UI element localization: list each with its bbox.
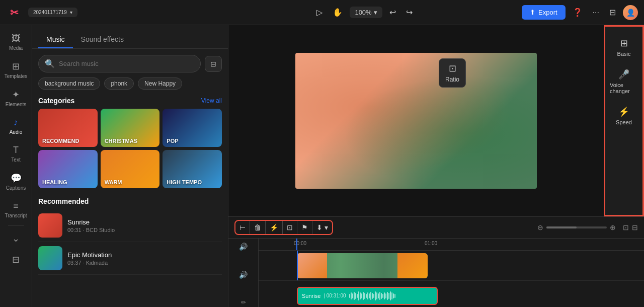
right-panel-basic[interactable]: ⊞ Basic [607,33,641,62]
search-icon: 🔍 [45,59,55,68]
category-recommend-label: RECOMMEND [42,138,79,144]
track-sunrise[interactable]: Sunrise 00:31 · BCD Studio [38,209,222,242]
redo-button[interactable]: ↪ [403,5,416,20]
wave-bar [352,293,353,298]
category-high-tempo[interactable]: HIGH TEMPO [163,150,222,188]
tab-music[interactable]: Music [38,31,73,48]
wave-bar [382,294,383,298]
timeline-btn-group: ⊢ 🗑 ⚡ ⊡ ⚑ ⬇ ▾ [234,220,333,235]
right-panel-speed[interactable]: ⚡ Speed [607,101,641,130]
zoom-slider[interactable] [546,226,607,228]
sidebar-item-media[interactable]: 🖼 Media [2,29,30,55]
track-sunrise-thumb [38,213,62,238]
track-epic-name: Epic Motivation [67,251,222,259]
avatar[interactable]: 👤 [623,5,638,20]
tl-crop-btn[interactable]: ⊡ [283,221,297,234]
sidebar-item-grid[interactable]: ⊟ [2,250,30,269]
sidebar-item-audio-label: Audio [10,129,23,135]
audio-track[interactable]: Sunrise | 00:31:00 [297,287,438,305]
track-sunrise-info: Sunrise 00:31 · BCD Studio [67,218,222,233]
tl-flag-btn[interactable]: ⚑ [297,221,312,234]
wave-bar [358,291,359,300]
export-button[interactable]: ⬆ Export [522,5,566,20]
search-box[interactable]: 🔍 [38,55,201,72]
wave-bar [361,293,362,298]
zoom-out-icon[interactable]: ⊖ [537,223,543,232]
sidebar-item-elements[interactable]: ✦ Elements [2,85,30,111]
fullscreen-icon[interactable]: ⊟ [632,223,638,232]
categories-section-header: Categories View all [32,90,228,109]
sidebar-item-expand[interactable]: ⌄ [2,229,30,248]
media-icon: 🖼 [12,33,21,44]
view-all-link[interactable]: View all [201,97,222,104]
sidebar-item-transcript[interactable]: ≡ Transcript [2,197,30,222]
track-epic-thumb [38,246,62,270]
vol-icon-2[interactable]: 🔊 [239,271,248,279]
track-sunrise-name: Sunrise [67,218,222,226]
tag-background-music[interactable]: background music [38,78,100,90]
project-name[interactable]: 202401171719 ▾ [28,8,77,17]
category-warm[interactable]: WARM [101,150,160,188]
tab-sound-effects[interactable]: Sound effects [73,31,132,48]
category-christmas[interactable]: CHRISTMAS [101,109,160,147]
video-track[interactable] [297,253,428,278]
tag-phonk[interactable]: phonk [104,78,134,90]
hand-tool-button[interactable]: ✋ [330,5,346,20]
category-pop[interactable]: POP [163,109,222,147]
category-recommend[interactable]: RECOMMEND [38,109,98,147]
tl-download-btn[interactable]: ⬇ ▾ [312,221,332,234]
play-button[interactable]: ▷ [313,5,326,20]
wave-bar [370,292,371,300]
more-button[interactable]: ··· [590,5,602,20]
track-epic-meta: 03:37 · Kidmada [67,260,222,266]
sidebar-item-audio[interactable]: ♪ Audio [2,113,30,139]
tl-speed-btn[interactable]: ⚡ [266,221,283,234]
wave-bar [378,293,379,298]
video-track-row [259,251,644,281]
category-christmas-label: CHRISTMAS [105,138,137,144]
wave-bar [367,292,368,299]
video-thumb-1 [297,253,327,278]
search-input[interactable] [59,60,194,67]
tag-happy-new[interactable]: New Happy [138,78,182,90]
wave-bar [394,294,395,298]
category-healing[interactable]: HEALING [38,150,98,188]
vol-icon-1[interactable]: 🔊 [239,243,248,251]
wave-bar [376,292,377,299]
app-logo[interactable]: ✂ [6,5,22,21]
right-panel-voice-changer[interactable]: 🎤 Voice changer [607,64,641,99]
sidebar-item-text-label: Text [11,157,20,163]
sidebar-item-templates[interactable]: ⊞ Templates [2,57,30,83]
voice-changer-label: Voice changer [610,82,638,94]
category-pop-label: POP [167,138,178,144]
zoom-control[interactable]: 100% ▾ [350,7,382,18]
sidebar-item-text[interactable]: T Text [2,141,30,167]
fit-icon[interactable]: ⊡ [623,223,629,232]
basic-label: Basic [617,51,631,57]
sidebar-item-captions[interactable]: 💬 Captions [2,169,30,195]
recommended-title: Recommended [38,191,222,209]
video-thumb-2 [397,253,428,278]
layout-button[interactable]: ⊟ [606,5,619,20]
tl-split-btn[interactable]: ⊢ [235,221,250,234]
undo-button[interactable]: ↩ [386,5,399,20]
video-overlay [295,53,537,189]
audio-track-time: | 00:31:00 [324,293,346,298]
wave-bar [355,293,356,299]
wave-bar [369,293,370,298]
edit-pencil-1[interactable]: ✏ [241,299,246,306]
zoom-in-icon[interactable]: ⊕ [610,223,616,232]
wave-bar [354,292,355,300]
wave-bar [375,291,376,300]
elements-icon: ✦ [12,89,20,100]
zoom-chevron-icon: ▾ [374,9,377,16]
ratio-button[interactable]: ⊡ Ratio [439,58,466,88]
ratio-icon: ⊡ [449,63,456,74]
help-button[interactable]: ❓ [570,5,586,20]
music-tabs: Music Sound effects [32,25,228,49]
filter-button[interactable]: ⊟ [205,56,222,72]
track-epic[interactable]: Epic Motivation 03:37 · Kidmada [38,242,222,275]
speed-icon: ⚡ [618,106,629,117]
video-preview [295,53,537,189]
tl-delete-btn[interactable]: 🗑 [250,221,266,234]
